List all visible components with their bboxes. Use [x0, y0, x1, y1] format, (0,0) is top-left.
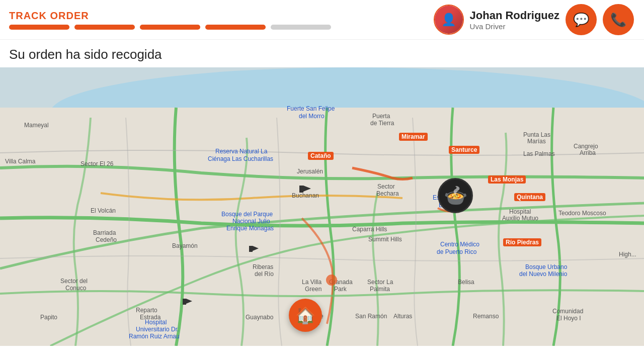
progress-bar-1 [9, 25, 69, 30]
driver-role: Uva Driver [470, 22, 559, 31]
header-left: TRACK ORDER [9, 10, 331, 30]
phone-icon: 📞 [610, 12, 626, 28]
map-background [0, 67, 644, 346]
header: TRACK ORDER 👤 Johan Rodriguez Uva Driver… [0, 0, 644, 40]
progress-bar-3 [140, 25, 200, 30]
avatar: 👤 [434, 5, 464, 35]
status-text: Su orden ha sido recogida [9, 47, 162, 62]
svg-rect-8 [249, 246, 253, 252]
progress-bar-5 [271, 25, 331, 30]
driver-info: Johan Rodriguez Uva Driver [470, 9, 559, 31]
header-right: 👤 Johan Rodriguez Uva Driver 💬 📞 [434, 4, 634, 35]
pickup-marker [326, 275, 337, 286]
map-container[interactable]: MameyalVilla CalmaSector El 26Reserva Na… [0, 67, 644, 346]
progress-bar-4 [205, 25, 266, 30]
avatar-image: 👤 [435, 6, 463, 34]
svg-rect-6 [183, 299, 186, 305]
progress-bar-2 [74, 25, 135, 30]
destination-marker: 🏠 [289, 299, 322, 332]
svg-rect-4 [299, 186, 303, 193]
status-bar: Su orden ha sido recogida [0, 40, 644, 67]
message-icon: 💬 [573, 12, 589, 28]
page-title: TRACK ORDER [9, 10, 331, 22]
progress-bars [9, 25, 331, 30]
message-button[interactable]: 💬 [566, 4, 597, 35]
call-button[interactable]: 📞 [603, 4, 634, 35]
driver-marker: 🍲 [438, 178, 473, 213]
driver-name: Johan Rodriguez [470, 9, 559, 22]
